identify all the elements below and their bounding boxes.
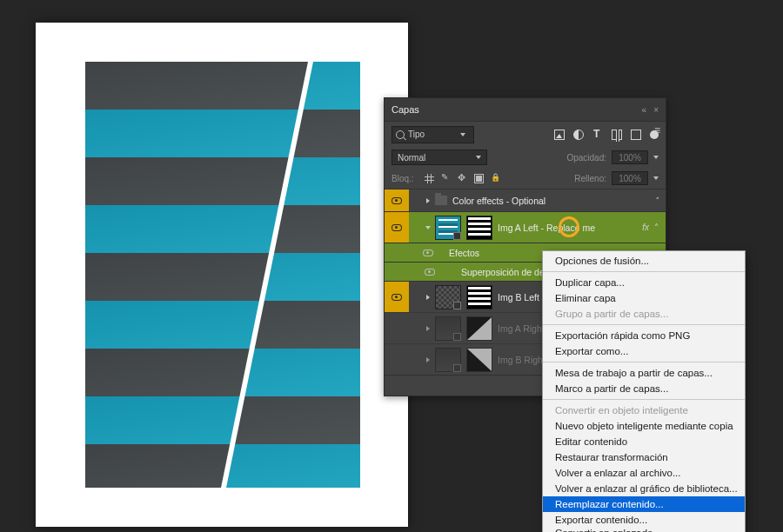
layer-label[interactable]: Img B Right (498, 355, 545, 365)
filter-adjust-icon[interactable] (573, 130, 584, 140)
opacity-value[interactable]: 100% (612, 150, 648, 164)
menu-replace-contents[interactable]: Reemplazar contenido... (543, 496, 745, 512)
folder-icon (435, 196, 447, 205)
artwork-preview (85, 62, 360, 488)
menu-separator (543, 324, 745, 325)
menu-delete-layer[interactable]: Eliminar capa (543, 290, 745, 306)
layer-thumbnail[interactable] (435, 285, 461, 309)
layer-mask-thumbnail[interactable] (466, 216, 492, 240)
fx-badge[interactable]: fx (642, 223, 649, 232)
panel-collapse-icon[interactable]: « (642, 105, 647, 115)
menu-convert-smart-object[interactable]: Convertir en objeto inteligente (543, 402, 745, 418)
menu-relink-file[interactable]: Volver a enlazar al archivo... (543, 465, 745, 481)
menu-artboard-from-layers[interactable]: Mesa de trabajo a partir de capas... (543, 365, 745, 381)
menu-frame-from-layers[interactable]: Marco a partir de capas... (543, 381, 745, 396)
canvas-artboard (36, 23, 408, 527)
menu-new-smart-object-copy[interactable]: Nuevo objeto inteligente mediante copia (543, 418, 745, 434)
fill-value[interactable]: 100% (612, 171, 648, 185)
expand-up-icon[interactable]: ˄ (654, 196, 659, 205)
visibility-icon[interactable] (425, 269, 435, 276)
menu-separator (543, 362, 745, 362)
filter-smart-icon[interactable] (631, 130, 641, 140)
menu-convert-linked[interactable]: Convertir en enlazado... (543, 528, 745, 532)
layer-label: Superposición de deg (461, 267, 550, 277)
layer-context-menu: Opciones de fusión... Duplicar capa... E… (542, 250, 746, 532)
menu-separator (543, 271, 745, 272)
visibility-icon[interactable] (392, 224, 402, 231)
chevron-down-icon[interactable] (653, 156, 659, 159)
disclosure-triangle-icon[interactable] (425, 226, 431, 229)
menu-relink-library[interactable]: Volver a enlazar al gráfico de bibliotec… (543, 481, 745, 496)
lock-position-icon[interactable] (458, 174, 467, 183)
layer-group-color-effects[interactable]: Color effects - Optional ˄ (385, 189, 666, 211)
expand-up-icon[interactable]: ˄ (654, 223, 659, 232)
layer-thumbnail[interactable] (435, 316, 461, 341)
layer-label[interactable]: Img A Right (498, 323, 545, 334)
disclosure-triangle-icon[interactable] (426, 198, 430, 203)
chevron-down-icon[interactable] (653, 176, 659, 180)
panel-close-icon[interactable]: × (653, 105, 659, 115)
lock-all-icon[interactable] (491, 174, 500, 183)
chevron-down-icon (460, 133, 465, 136)
panel-header: Capas « × (385, 98, 666, 121)
layer-filter-input[interactable] (408, 130, 457, 139)
layer-thumbnail[interactable] (435, 216, 461, 240)
layer-img-a-left[interactable]: Img A Left - Replace me fx ˄ (385, 211, 666, 243)
disclosure-triangle-icon[interactable] (426, 326, 430, 331)
panel-title[interactable]: Capas (392, 104, 419, 115)
menu-export-as[interactable]: Exportar como... (543, 343, 745, 359)
layer-label: Efectos (449, 248, 479, 258)
layer-thumbnail[interactable] (435, 348, 461, 372)
lock-label: Bloq.: (392, 174, 414, 183)
panel-filter-bar (385, 121, 666, 147)
disclosure-triangle-icon[interactable] (426, 295, 430, 300)
lock-artboard-icon[interactable] (474, 174, 484, 183)
lock-fill-row: Bloq.: Relleno: 100% (385, 168, 666, 189)
menu-duplicate-layer[interactable]: Duplicar capa... (543, 275, 745, 290)
layer-label[interactable]: Img A Left - Replace me (498, 223, 595, 233)
fill-label: Relleno: (574, 174, 606, 183)
lock-transparency-icon[interactable] (425, 174, 434, 183)
layer-mask-thumbnail[interactable] (466, 316, 492, 341)
layer-mask-thumbnail[interactable] (466, 348, 492, 372)
menu-export-contents[interactable]: Exportar contenido... (543, 512, 745, 528)
layer-label: Color effects - Optional (452, 196, 545, 206)
filter-type-icon[interactable] (592, 130, 603, 140)
layer-filter-select[interactable] (392, 126, 474, 143)
chevron-down-icon (476, 156, 481, 159)
lock-pixels-icon[interactable] (441, 174, 451, 183)
search-icon (396, 130, 405, 139)
disclosure-triangle-icon[interactable] (426, 357, 430, 362)
visibility-icon[interactable] (392, 294, 402, 301)
menu-edit-contents[interactable]: Editar contenido (543, 434, 745, 449)
layer-mask-thumbnail[interactable] (466, 285, 492, 309)
opacity-label: Opacidad: (566, 153, 606, 163)
visibility-icon[interactable] (423, 249, 433, 256)
menu-blend-options[interactable]: Opciones de fusión... (543, 253, 745, 269)
filter-shape-icon[interactable] (612, 130, 622, 140)
blend-mode-select[interactable]: Normal (392, 150, 487, 165)
visibility-icon[interactable] (392, 197, 402, 204)
filter-pixel-icon[interactable] (554, 130, 565, 140)
blend-opacity-row: Normal Opacidad: 100% (385, 147, 666, 168)
filter-icons (554, 130, 659, 140)
blend-mode-value: Normal (398, 153, 425, 163)
menu-quick-export-png[interactable]: Exportación rápida como PNG (543, 328, 745, 343)
menu-reset-transform[interactable]: Restaurar transformación (543, 449, 745, 465)
menu-group-from-layers[interactable]: Grupo a partir de capas... (543, 306, 745, 322)
menu-separator (543, 399, 745, 400)
filter-toggle-icon[interactable] (650, 130, 659, 139)
